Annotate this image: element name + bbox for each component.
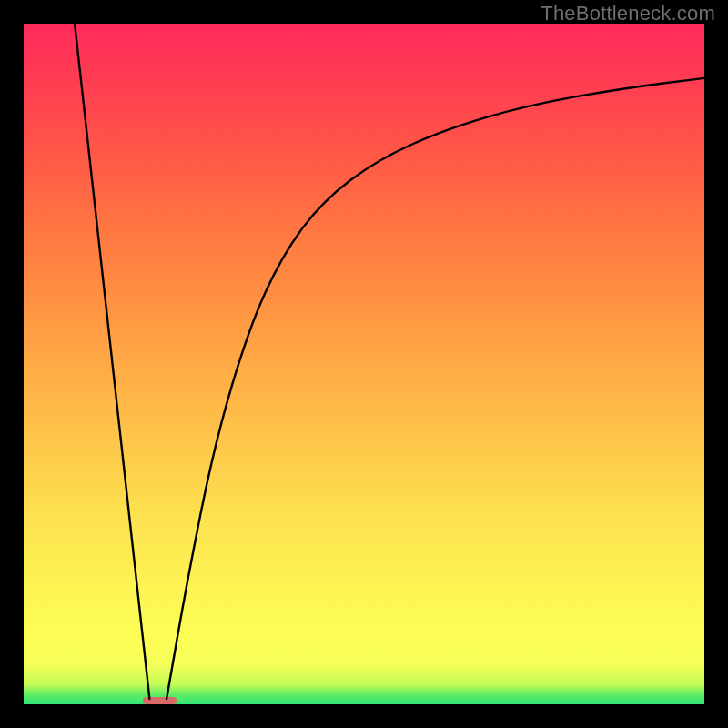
plot-area xyxy=(24,24,704,704)
left-limb-path xyxy=(75,24,149,699)
chart-frame: TheBottleneck.com xyxy=(0,0,728,728)
right-limb-path xyxy=(167,78,704,699)
watermark-text: TheBottleneck.com xyxy=(541,2,715,25)
curve-layer xyxy=(24,24,704,704)
